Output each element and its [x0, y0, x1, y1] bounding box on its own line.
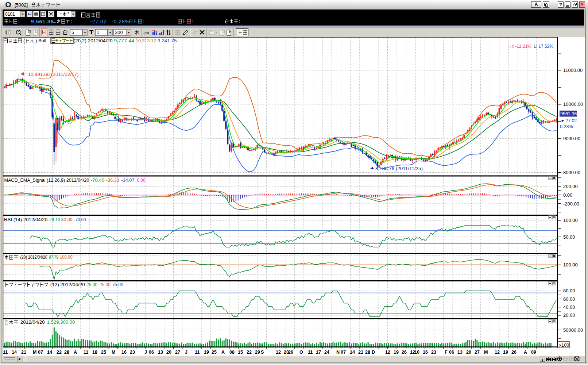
svg-text:26: 26: [402, 350, 407, 355]
svg-text:21: 21: [358, 350, 363, 355]
svg-text:70.00: 70.00: [76, 217, 86, 222]
svg-text:(20) 2012/04/20: (20) 2012/04/20: [20, 254, 47, 260]
svg-text:-36.33: -36.33: [106, 177, 119, 183]
svg-text:28: 28: [64, 350, 69, 355]
svg-text:20: 20: [166, 350, 171, 355]
svg-text:8000.00: 8000.00: [563, 170, 580, 175]
svg-text:07: 07: [341, 350, 346, 355]
svg-text:D: D: [372, 350, 375, 355]
svg-text:07: 07: [38, 350, 43, 355]
svg-text:25: 25: [101, 350, 106, 355]
svg-text:MACD_EMA_Signal (12,26,9) 2012: MACD_EMA_Signal (12,26,9) 2012/04/20: [4, 177, 89, 183]
svg-text:-70.40: -70.40: [91, 177, 104, 183]
svg-text:8,135.79 (2011/11/25): 8,135.79 (2011/11/25): [375, 166, 423, 171]
svg-text:O: O: [299, 350, 303, 355]
svg-text:40.00: 40.00: [563, 304, 575, 310]
svg-text:11: 11: [3, 350, 8, 355]
svg-text:24: 24: [324, 350, 329, 355]
svg-text:H: -12.21%: H: -12.21%: [510, 44, 531, 49]
svg-text:11: 11: [84, 350, 88, 355]
svg-text:10000.00: 10000.00: [563, 101, 583, 107]
svg-text:14: 14: [47, 350, 52, 355]
svg-text:06: 06: [149, 350, 154, 355]
svg-text:26: 26: [288, 350, 293, 355]
svg-text:9,241.75: 9,241.75: [158, 38, 177, 43]
svg-text:60.00: 60.00: [563, 296, 575, 302]
svg-text:16: 16: [121, 350, 127, 355]
svg-text:13: 13: [158, 350, 163, 355]
svg-text:12: 12: [276, 350, 281, 355]
svg-text:100.00: 100.00: [563, 218, 578, 223]
svg-text:F: F: [445, 350, 448, 355]
svg-text:J: J: [185, 350, 187, 355]
svg-text:100.00: 100.00: [60, 254, 73, 260]
svg-text:10: 10: [414, 350, 419, 355]
svg-text:18: 18: [92, 350, 97, 355]
svg-text:J: J: [144, 350, 147, 355]
svg-text:9,777.44: 9,777.44: [114, 38, 134, 43]
svg-text:80.00: 80.00: [563, 288, 575, 293]
svg-text:27: 27: [175, 350, 180, 355]
svg-text:(: (: [23, 38, 25, 43]
svg-text:16: 16: [423, 350, 428, 355]
svg-text:27.02: 27.02: [565, 118, 577, 123]
svg-text:2012/04/20: 2012/04/20: [20, 319, 45, 325]
svg-text:9561.36: 9561.36: [560, 111, 577, 116]
svg-text:x100: x100: [559, 343, 569, 348]
svg-text:1,529,300.00: 1,529,300.00: [47, 319, 75, 325]
svg-text:100.00: 100.00: [563, 262, 578, 268]
svg-text:12: 12: [385, 350, 390, 355]
svg-text:11: 11: [308, 350, 313, 355]
svg-text:13: 13: [457, 350, 463, 355]
svg-text:A: A: [221, 350, 225, 355]
svg-text:19: 19: [394, 350, 399, 355]
svg-text:M: M: [484, 350, 488, 355]
svg-text:09: 09: [531, 350, 536, 355]
svg-text:22: 22: [247, 350, 252, 355]
svg-text:10,313.12: 10,313.12: [136, 38, 156, 43]
svg-text:08: 08: [229, 350, 235, 355]
svg-text:26: 26: [511, 350, 517, 355]
svg-text:06: 06: [449, 350, 454, 355]
svg-text:10,891.60 (2011/02/17): 10,891.60 (2011/02/17): [28, 72, 78, 77]
svg-text:0.00: 0.00: [563, 192, 572, 198]
svg-text:M: M: [33, 350, 36, 355]
svg-text:-200.00: -200.00: [563, 201, 579, 207]
svg-text:25.00: 25.00: [86, 282, 97, 287]
svg-text:11: 11: [195, 350, 200, 355]
svg-text:A: A: [74, 350, 77, 355]
svg-text:(12) 2012/04/20: (12) 2012/04/20: [50, 282, 85, 287]
svg-text:22: 22: [57, 350, 62, 355]
svg-text:(20,2) 2012/04/20: (20,2) 2012/04/20: [74, 38, 113, 43]
svg-text:97.79: 97.79: [49, 254, 58, 260]
svg-text:12: 12: [495, 350, 500, 355]
svg-text:17: 17: [316, 350, 321, 355]
svg-text:N: N: [336, 350, 340, 355]
svg-text:Boll: Boll: [38, 38, 46, 43]
svg-text:A: A: [524, 350, 527, 355]
svg-text:75.00: 75.00: [112, 282, 123, 287]
svg-text:28: 28: [365, 350, 370, 355]
svg-text:29: 29: [255, 350, 260, 355]
svg-text:200.00: 200.00: [563, 184, 578, 189]
svg-text:): ): [35, 38, 37, 43]
svg-text:14: 14: [350, 350, 355, 355]
svg-text:23: 23: [431, 350, 436, 355]
svg-text:S: S: [261, 350, 264, 355]
svg-text:50.00: 50.00: [563, 234, 575, 240]
svg-text:L: 17.52%: L: 17.52%: [534, 44, 553, 49]
svg-text:19: 19: [503, 350, 508, 355]
svg-text:0.28%: 0.28%: [560, 124, 573, 129]
svg-text:-34.07: -34.07: [121, 177, 135, 183]
svg-text:20.00: 20.00: [563, 312, 575, 318]
svg-text:RSI (14) 2012/04/20: RSI (14) 2012/04/20: [4, 217, 47, 222]
svg-text:21: 21: [21, 350, 26, 355]
svg-text:14: 14: [12, 350, 17, 355]
svg-text:15: 15: [238, 350, 243, 355]
svg-text:11000.00: 11000.00: [563, 68, 583, 73]
svg-text:25: 25: [212, 350, 217, 355]
svg-text:23: 23: [130, 350, 135, 355]
svg-text:27: 27: [475, 350, 480, 355]
svg-text:29.10: 29.10: [49, 217, 60, 222]
svg-text:20: 20: [466, 350, 471, 355]
